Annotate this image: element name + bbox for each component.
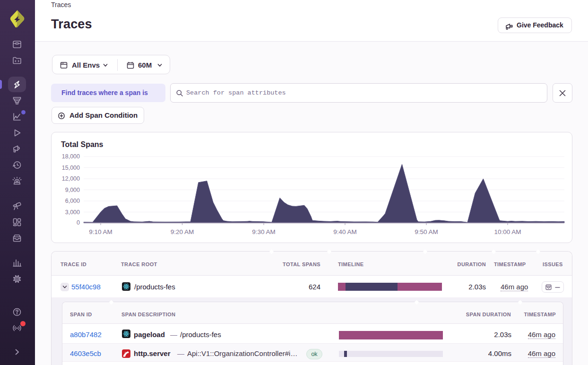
svg-text:9:30 AM: 9:30 AM xyxy=(252,228,276,235)
svg-text:3,000: 3,000 xyxy=(65,209,80,216)
svg-text:9:50 AM: 9:50 AM xyxy=(415,228,438,235)
svg-text:15,000: 15,000 xyxy=(62,165,80,171)
svg-text:9:40 AM: 9:40 AM xyxy=(333,228,357,235)
svg-text:18,000: 18,000 xyxy=(62,153,80,160)
svg-text:9:20 AM: 9:20 AM xyxy=(171,228,194,235)
svg-text:10:00 AM: 10:00 AM xyxy=(494,228,521,235)
svg-text:9,000: 9,000 xyxy=(65,187,80,193)
svg-text:12,000: 12,000 xyxy=(62,175,80,182)
svg-text:6,000: 6,000 xyxy=(65,198,80,204)
svg-text:0: 0 xyxy=(77,219,80,226)
svg-text:9:10 AM: 9:10 AM xyxy=(89,228,112,235)
